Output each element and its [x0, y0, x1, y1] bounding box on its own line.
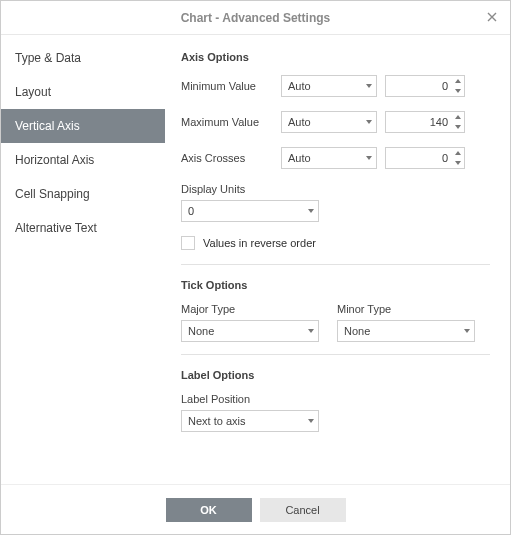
select-value: None	[344, 325, 370, 337]
axis-options-heading: Axis Options	[181, 51, 490, 63]
major-type-select[interactable]: None	[181, 320, 319, 342]
select-value: Auto	[288, 116, 311, 128]
display-units-select[interactable]: 0	[181, 200, 319, 222]
divider	[181, 264, 490, 265]
reverse-order-label: Values in reverse order	[203, 237, 316, 249]
button-label: Cancel	[285, 504, 319, 516]
spinner-value: 0	[442, 152, 448, 164]
spinner-up-icon[interactable]	[455, 79, 461, 83]
select-value: Next to axis	[188, 415, 245, 427]
tick-options-row: Major Type None Minor Type None	[181, 303, 490, 342]
spinner-down-icon[interactable]	[455, 161, 461, 165]
label-options-heading: Label Options	[181, 369, 490, 381]
reverse-order-checkbox[interactable]	[181, 236, 195, 250]
titlebar: Chart - Advanced Settings	[1, 1, 510, 35]
chevron-down-icon	[366, 84, 372, 88]
dialog-body: Type & Data Layout Vertical Axis Horizon…	[1, 35, 510, 484]
chevron-down-icon	[464, 329, 470, 333]
sidebar-item-horizontal-axis[interactable]: Horizontal Axis	[1, 143, 165, 177]
tick-options-heading: Tick Options	[181, 279, 490, 291]
sidebar-item-label: Cell Snapping	[15, 187, 90, 201]
max-value-spinner[interactable]: 140	[385, 111, 465, 133]
chevron-down-icon	[308, 329, 314, 333]
minor-type-label: Minor Type	[337, 303, 475, 315]
chevron-down-icon	[366, 120, 372, 124]
dialog-title: Chart - Advanced Settings	[181, 11, 331, 25]
select-value: Auto	[288, 152, 311, 164]
major-type-col: Major Type None	[181, 303, 319, 342]
chevron-down-icon	[308, 209, 314, 213]
display-units-label: Display Units	[181, 183, 490, 195]
axis-crosses-spinner[interactable]: 0	[385, 147, 465, 169]
spinner-value: 0	[442, 80, 448, 92]
spinner-down-icon[interactable]	[455, 125, 461, 129]
close-icon	[487, 9, 497, 25]
display-units-block: Display Units 0	[181, 183, 490, 222]
sidebar-item-type-data[interactable]: Type & Data	[1, 41, 165, 75]
reverse-order-row: Values in reverse order	[181, 236, 490, 250]
sidebar-item-label: Horizontal Axis	[15, 153, 94, 167]
min-value-mode-select[interactable]: Auto	[281, 75, 377, 97]
spinner-up-icon[interactable]	[455, 151, 461, 155]
label-position-select[interactable]: Next to axis	[181, 410, 319, 432]
minor-type-col: Minor Type None	[337, 303, 475, 342]
select-value: Auto	[288, 80, 311, 92]
label-position-block: Label Position Next to axis	[181, 393, 490, 432]
sidebar-item-layout[interactable]: Layout	[1, 75, 165, 109]
sidebar-item-vertical-axis[interactable]: Vertical Axis	[1, 109, 165, 143]
max-value-row: Maximum Value Auto 140	[181, 111, 490, 133]
dialog: Chart - Advanced Settings Type & Data La…	[0, 0, 511, 535]
min-value-label: Minimum Value	[181, 80, 273, 92]
major-type-label: Major Type	[181, 303, 319, 315]
max-value-label: Maximum Value	[181, 116, 273, 128]
select-value: None	[188, 325, 214, 337]
sidebar-item-label: Vertical Axis	[15, 119, 80, 133]
sidebar-item-alternative-text[interactable]: Alternative Text	[1, 211, 165, 245]
spinner-up-icon[interactable]	[455, 115, 461, 119]
spinner-down-icon[interactable]	[455, 89, 461, 93]
sidebar-item-label: Alternative Text	[15, 221, 97, 235]
sidebar: Type & Data Layout Vertical Axis Horizon…	[1, 35, 165, 484]
cancel-button[interactable]: Cancel	[260, 498, 346, 522]
label-position-label: Label Position	[181, 393, 490, 405]
min-value-row: Minimum Value Auto 0	[181, 75, 490, 97]
chevron-down-icon	[366, 156, 372, 160]
chevron-down-icon	[308, 419, 314, 423]
min-value-spinner[interactable]: 0	[385, 75, 465, 97]
sidebar-item-cell-snapping[interactable]: Cell Snapping	[1, 177, 165, 211]
ok-button[interactable]: OK	[166, 498, 252, 522]
divider	[181, 354, 490, 355]
sidebar-item-label: Layout	[15, 85, 51, 99]
axis-crosses-mode-select[interactable]: Auto	[281, 147, 377, 169]
axis-crosses-label: Axis Crosses	[181, 152, 273, 164]
select-value: 0	[188, 205, 194, 217]
spinner-value: 140	[430, 116, 448, 128]
axis-crosses-row: Axis Crosses Auto 0	[181, 147, 490, 169]
minor-type-select[interactable]: None	[337, 320, 475, 342]
max-value-mode-select[interactable]: Auto	[281, 111, 377, 133]
content-panel: Axis Options Minimum Value Auto 0 Maximu…	[165, 35, 510, 484]
sidebar-item-label: Type & Data	[15, 51, 81, 65]
close-button[interactable]	[482, 7, 502, 27]
dialog-footer: OK Cancel	[1, 484, 510, 534]
button-label: OK	[200, 504, 217, 516]
